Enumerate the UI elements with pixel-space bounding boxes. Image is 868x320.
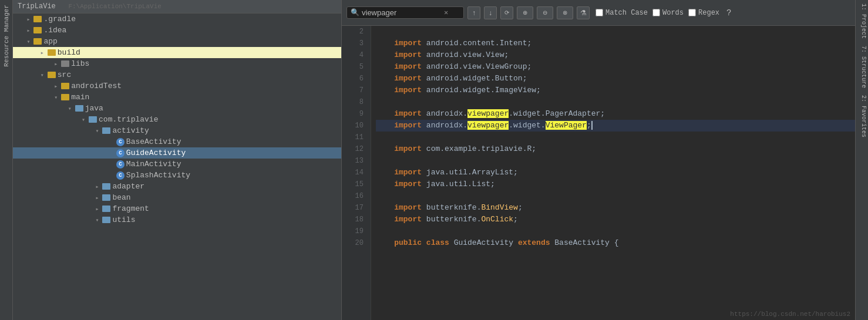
tree-item-app[interactable]: ▾app [13, 36, 341, 47]
search-refresh-button[interactable]: ⟳ [500, 6, 513, 19]
help-icon[interactable]: ? [726, 8, 731, 18]
line-numbers: 234567891011121314151617181920 [342, 26, 371, 320]
line-number-16: 16 [346, 190, 366, 202]
project-tab[interactable]: 1: Project [856, 0, 868, 42]
code-line-20: public class GuideActivity extends BaseA… [376, 237, 855, 249]
code-line-17: import butterknife.BindView; [376, 202, 855, 214]
line-number-15: 15 [346, 178, 366, 190]
tree-item-build[interactable]: ▸build [13, 47, 341, 58]
code-line-4: import android.view.View; [376, 49, 855, 61]
line-number-11: 11 [346, 132, 366, 143]
side-tabs-panel: Resource Manager [0, 0, 13, 320]
right-vertical-labels: 1: Project 7: Structure 2: Favorites [855, 0, 868, 320]
line-number-20: 20 [346, 237, 366, 249]
tree-item-SplashActivity[interactable]: CSplashActivity [13, 170, 341, 181]
line-number-19: 19 [346, 225, 366, 237]
watermark: https://blog.csdn.net/harobius2 [730, 311, 850, 318]
line-number-14: 14 [346, 167, 366, 178]
search-clear-button[interactable]: ✕ [444, 8, 448, 17]
search-tool1-button[interactable]: ⊕ [517, 6, 533, 19]
code-line-3: import android.content.Intent; [376, 38, 855, 49]
line-number-5: 5 [346, 61, 366, 73]
tree-item-GuideActivity[interactable]: CGuideActivity [13, 147, 341, 159]
search-icon: 🔍 [351, 8, 359, 17]
tree-item-utils[interactable]: ▾utils [13, 214, 341, 225]
tree-item-adapter[interactable]: ▸adapter [13, 181, 341, 192]
regex-checkbox[interactable] [688, 9, 696, 16]
search-next-button[interactable]: ↓ [484, 6, 497, 19]
code-line-9: import androidx.viewpager.widget.PagerAd… [376, 108, 855, 120]
code-line-18: import butterknife.OnClick; [376, 214, 855, 225]
line-number-3: 3 [346, 38, 366, 49]
line-number-9: 9 [346, 108, 366, 120]
search-options: Match Case Words Regex ? [596, 8, 731, 18]
line-number-6: 6 [346, 73, 366, 85]
search-prev-button[interactable]: ↑ [467, 6, 480, 19]
tree-item-MainActivity[interactable]: CMainActivity [13, 159, 341, 170]
search-tool2-button[interactable]: ⊖ [537, 6, 553, 19]
tree-item-main[interactable]: ▾main [13, 92, 341, 103]
search-bar: 🔍 ✕ ↑ ↓ ⟳ ⊕ ⊖ ⊗ ⚗ Match Case Words Regex [342, 0, 855, 26]
tree-item-androidTest[interactable]: ▸androidTest [13, 80, 341, 92]
tree-title: TripLaVie F:\Application\TripLaVie [18, 2, 162, 11]
code-line-7: import android.widget.ImageView; [376, 85, 855, 96]
line-number-13: 13 [346, 155, 366, 167]
search-tool3-button[interactable]: ⊗ [557, 6, 573, 19]
line-number-18: 18 [346, 214, 366, 225]
resource-manager-tab[interactable]: Resource Manager [1, 0, 12, 72]
tree-item-src[interactable]: ▾src [13, 69, 341, 80]
file-tree-panel: TripLaVie F:\Application\TripLaVie ▸.gra… [13, 0, 342, 320]
code-lines: import android.content.Intent; import an… [371, 26, 855, 320]
code-line-15: import java.util.List; [376, 178, 855, 190]
tree-item-fragment[interactable]: ▸fragment [13, 203, 341, 214]
search-input-wrapper[interactable]: 🔍 ✕ [346, 6, 464, 19]
code-line-19 [376, 225, 855, 237]
search-input[interactable] [362, 8, 444, 17]
line-number-2: 2 [346, 26, 366, 38]
code-line-6: import android.widget.Button; [376, 73, 855, 85]
line-number-8: 8 [346, 96, 366, 108]
tree-item-com.triplavie[interactable]: ▾com.triplavie [13, 114, 341, 125]
tree-item-idea[interactable]: ▸.idea [13, 25, 341, 36]
tree-item-libs[interactable]: ▸libs [13, 58, 341, 69]
code-panel: 🔍 ✕ ↑ ↓ ⟳ ⊕ ⊖ ⊗ ⚗ Match Case Words Regex [342, 0, 855, 320]
tree-header: TripLaVie F:\Application\TripLaVie [13, 0, 341, 14]
code-line-12: import com.example.triplavie.R; [376, 143, 855, 155]
line-number-4: 4 [346, 49, 366, 61]
code-line-13 [376, 155, 855, 167]
tree-item-gradle[interactable]: ▸.gradle [13, 14, 341, 25]
line-number-17: 17 [346, 202, 366, 214]
line-number-10: 10 [346, 120, 366, 132]
tree-item-bean[interactable]: ▸bean [13, 192, 341, 203]
regex-label[interactable]: Regex [688, 9, 719, 17]
tree-item-java[interactable]: ▾java [13, 103, 341, 114]
tree-item-BaseActivity[interactable]: CBaseActivity [13, 136, 341, 147]
code-line-14: import java.util.ArrayList; [376, 167, 855, 178]
code-line-2 [376, 26, 855, 38]
tree-item-activity[interactable]: ▾activity [13, 125, 341, 136]
code-area: 234567891011121314151617181920 import an… [342, 26, 855, 320]
file-tree-container: ▸.gradle ▸.idea ▾app ▸build ▸libs ▾src ▸… [13, 14, 341, 225]
code-line-5: import android.view.ViewGroup; [376, 61, 855, 73]
match-case-checkbox[interactable] [596, 9, 603, 16]
line-number-12: 12 [346, 143, 366, 155]
favorites-tab[interactable]: 2: Favorites [856, 92, 868, 141]
code-line-16 [376, 190, 855, 202]
match-case-label[interactable]: Match Case [596, 9, 648, 17]
structure-tab[interactable]: 7: Structure [856, 42, 868, 92]
code-line-11 [376, 132, 855, 143]
words-checkbox[interactable] [652, 9, 660, 16]
line-number-7: 7 [346, 85, 366, 96]
search-filter-button[interactable]: ⚗ [577, 6, 590, 19]
code-line-8 [376, 96, 855, 108]
code-line-10: import androidx.viewpager.widget.ViewPag… [376, 120, 855, 132]
words-label[interactable]: Words [652, 9, 684, 17]
